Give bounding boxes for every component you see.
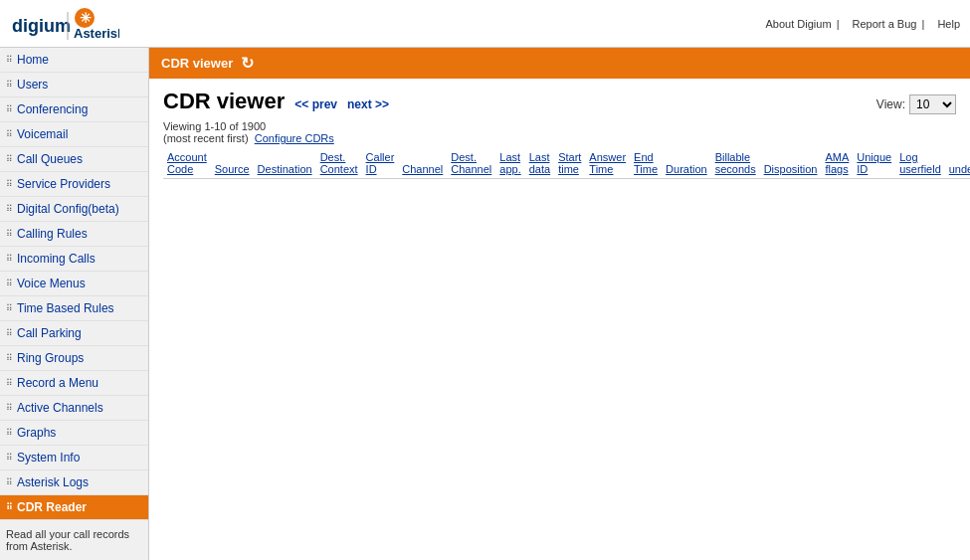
grid-icon-time-based-rules: ⠿ <box>6 303 13 313</box>
sidebar: ⠿Home⠿Users⠿Conferencing⠿Voicemail⠿Call … <box>0 48 149 560</box>
prev-link[interactable]: << prev <box>294 97 337 111</box>
sidebar-item-call-queues[interactable]: ⠿Call Queues <box>0 147 148 172</box>
sidebar-item-service-providers[interactable]: ⠿Service Providers <box>0 172 148 197</box>
grid-icon-call-parking: ⠿ <box>6 328 13 338</box>
sidebar-label-time-based-rules: Time Based Rules <box>17 301 114 315</box>
sidebar-label-voicemail: Voicemail <box>17 127 68 141</box>
sidebar-description: Read all your call records from Asterisk… <box>0 520 148 560</box>
sidebar-item-asterisk-logs[interactable]: ⠿Asterisk Logs <box>0 470 148 495</box>
col-disposition[interactable]: Disposition <box>760 148 822 179</box>
grid-icon-graphs: ⠿ <box>6 428 13 438</box>
col-billable-seconds[interactable]: Billableseconds <box>711 148 760 179</box>
most-recent-note: (most recent first) <box>163 132 249 144</box>
grid-icon-users: ⠿ <box>6 80 13 90</box>
svg-text:Asterisk: Asterisk <box>74 26 119 41</box>
sidebar-label-service-providers: Service Providers <box>17 177 110 191</box>
sidebar-label-call-parking: Call Parking <box>17 326 82 340</box>
grid-icon-service-providers: ⠿ <box>6 179 13 189</box>
col-destination[interactable]: Destination <box>254 148 316 179</box>
col-last-app[interactable]: Lastapp. <box>495 148 524 179</box>
sidebar-item-calling-rules[interactable]: ⠿Calling Rules <box>0 222 148 247</box>
sidebar-label-system-info: System Info <box>17 451 80 465</box>
col-start-time[interactable]: Starttime <box>554 148 585 179</box>
col-end-time[interactable]: EndTime <box>630 148 662 179</box>
grid-icon-incoming-calls: ⠿ <box>6 254 13 264</box>
col-channel[interactable]: Channel <box>398 148 447 179</box>
sidebar-item-home[interactable]: ⠿Home <box>0 48 148 73</box>
sidebar-label-graphs: Graphs <box>17 426 56 440</box>
sidebar-label-call-queues: Call Queues <box>17 152 83 166</box>
sidebar-label-incoming-calls: Incoming Calls <box>17 252 96 266</box>
page-header-title: CDR viewer <box>161 56 233 71</box>
sidebar-label-conferencing: Conferencing <box>17 102 88 116</box>
view-select[interactable]: 102550100 <box>909 94 956 114</box>
configure-cdrs-link[interactable]: Configure CDRs <box>255 132 334 144</box>
sidebar-label-digital-config: Digital Config(beta) <box>17 202 119 216</box>
sidebar-label-voice-menus: Voice Menus <box>17 277 86 290</box>
nav-links: << prev next >> <box>294 97 389 111</box>
col-dest-context[interactable]: Dest.Context <box>316 148 362 179</box>
cdr-header-row: AccountCodeSourceDestinationDest.Context… <box>163 148 970 179</box>
viewing-text: Viewing 1-10 of 1900 <box>163 120 266 132</box>
refresh-icon[interactable]: ↻ <box>241 54 254 73</box>
sidebar-item-time-based-rules[interactable]: ⠿Time Based Rules <box>0 296 148 321</box>
grid-icon-call-queues: ⠿ <box>6 154 13 164</box>
sidebar-item-record-a-menu[interactable]: ⠿Record a Menu <box>0 371 148 396</box>
sidebar-item-call-parking[interactable]: ⠿Call Parking <box>0 321 148 346</box>
grid-icon-voice-menus: ⠿ <box>6 279 13 288</box>
viewing-info: Viewing 1-10 of 1900 (most recent first)… <box>163 120 956 144</box>
sidebar-item-system-info[interactable]: ⠿System Info <box>0 446 148 470</box>
grid-icon-digital-config: ⠿ <box>6 204 13 214</box>
sidebar-label-users: Users <box>17 78 48 92</box>
cdr-table: AccountCodeSourceDestinationDest.Context… <box>163 148 970 179</box>
sidebar-item-graphs[interactable]: ⠿Graphs <box>0 421 148 446</box>
col-account-code[interactable]: AccountCode <box>163 148 211 179</box>
report-bug-link[interactable]: Report a Bug <box>853 18 917 30</box>
col-duration[interactable]: Duration <box>662 148 711 179</box>
sidebar-item-voice-menus[interactable]: ⠿Voice Menus <box>0 272 148 296</box>
main-title: CDR viewer <box>163 89 285 114</box>
header-links: About Digium | Report a Bug | Help <box>758 18 960 30</box>
svg-text:✳: ✳ <box>80 10 92 26</box>
sidebar-label-cdr-reader: CDR Reader <box>17 500 87 514</box>
grid-icon-cdr-reader: ⠿ <box>6 502 13 512</box>
col-caller-id[interactable]: CallerID <box>362 148 399 179</box>
logo: digium ✳ Asterisk <box>10 4 119 44</box>
col-source[interactable]: Source <box>211 148 254 179</box>
about-digium-link[interactable]: About Digium <box>766 18 832 30</box>
grid-icon-asterisk-logs: ⠿ <box>6 477 13 487</box>
grid-icon-system-info: ⠿ <box>6 453 13 463</box>
help-link[interactable]: Help <box>937 18 960 30</box>
col-last-data[interactable]: Lastdata <box>525 148 554 179</box>
sidebar-item-users[interactable]: ⠿Users <box>0 73 148 97</box>
grid-icon-home: ⠿ <box>6 55 13 65</box>
col-undefined[interactable]: undefined <box>945 148 970 179</box>
sidebar-label-active-channels: Active Channels <box>17 401 103 415</box>
svg-text:digium: digium <box>12 16 71 36</box>
col-answer-time[interactable]: AnswerTime <box>585 148 630 179</box>
col-ama-flags[interactable]: AMAflags <box>821 148 853 179</box>
sidebar-label-ring-groups: Ring Groups <box>17 351 84 365</box>
sidebar-item-digital-config[interactable]: ⠿Digital Config(beta) <box>0 197 148 222</box>
sidebar-label-asterisk-logs: Asterisk Logs <box>17 475 89 489</box>
page-header-bar: CDR viewer ↻ <box>149 48 970 79</box>
sidebar-label-record-a-menu: Record a Menu <box>17 376 98 390</box>
logo-svg: digium ✳ Asterisk <box>10 4 119 44</box>
grid-icon-active-channels: ⠿ <box>6 403 13 413</box>
sidebar-item-cdr-reader[interactable]: ⠿CDR Reader <box>0 495 148 520</box>
grid-icon-record-a-menu: ⠿ <box>6 378 13 388</box>
col-unique-id[interactable]: UniqueID <box>853 148 895 179</box>
header: digium ✳ Asterisk About Digium | Report … <box>0 0 970 48</box>
sidebar-item-voicemail[interactable]: ⠿Voicemail <box>0 122 148 147</box>
sidebar-item-active-channels[interactable]: ⠿Active Channels <box>0 396 148 421</box>
sidebar-item-conferencing[interactable]: ⠿Conferencing <box>0 97 148 122</box>
sidebar-item-incoming-calls[interactable]: ⠿Incoming Calls <box>0 247 148 272</box>
next-link[interactable]: next >> <box>347 97 389 111</box>
page-title: CDR viewer << prev next >> <box>163 89 389 114</box>
col-dest-channel[interactable]: Dest.Channel <box>447 148 495 179</box>
sidebar-label-home: Home <box>17 53 49 67</box>
view-control: View: 102550100 <box>876 94 956 114</box>
sidebar-label-calling-rules: Calling Rules <box>17 227 88 241</box>
col-log-userfield[interactable]: Loguserfield <box>895 148 945 179</box>
sidebar-item-ring-groups[interactable]: ⠿Ring Groups <box>0 346 148 371</box>
